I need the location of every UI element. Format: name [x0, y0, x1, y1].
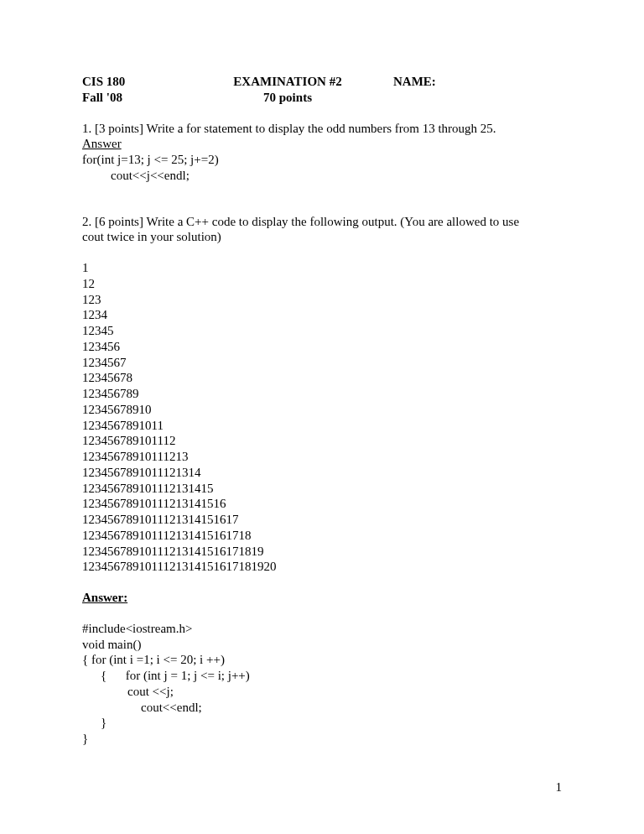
q2-output-line: 1234567891011121314151617 [82, 512, 562, 528]
header-line-2: Fall '08 70 points [82, 90, 562, 106]
q1-code-line-2: cout<<j<<endl; [82, 168, 562, 184]
q2-output-line: 1234567891011121314151617181920 [82, 559, 562, 575]
q2-code-line-4: { for (int j = 1; j <= i; j++) [82, 668, 562, 684]
q2-output-line: 1 [82, 260, 562, 276]
term: Fall '08 [82, 90, 212, 106]
exam-title: EXAMINATION #2 [212, 74, 363, 90]
q2-output-line: 12345678910 [82, 402, 562, 418]
q2-output-line: 12345678910111213141516171819 [82, 544, 562, 560]
q2-code-line-3: { for (int i =1; i <= 20; i ++) [82, 652, 562, 668]
page-number: 1 [556, 779, 563, 795]
q1-code-line-1: for(int j=13; j <= 25; j+=2) [82, 152, 562, 168]
q2-output-line: 1234567891011121314 [82, 465, 562, 481]
q2-output-line: 12345678910111213141516 [82, 496, 562, 512]
q2-output-line: 1234 [82, 307, 562, 323]
course-code: CIS 180 [82, 74, 212, 90]
q2-output-line: 123 [82, 292, 562, 308]
exam-points: 70 points [212, 90, 363, 106]
q2-output-line: 12345 [82, 323, 562, 339]
q2-output-line: 123456789101112131415 [82, 481, 562, 497]
q2-output-line: 123456789 [82, 386, 562, 402]
q2-output-line: 1234567891011 [82, 418, 562, 434]
q2-output-line: 12 [82, 276, 562, 292]
q2-code-line-1: #include<iostream.h> [82, 621, 562, 637]
q2-prompt-line-1: 2. [6 points] Write a C++ code to displa… [82, 214, 562, 230]
q2-output-line: 1234567 [82, 355, 562, 371]
q2-code-line-7: } [82, 715, 562, 731]
q2-code-line-5: cout <<j; [82, 684, 562, 700]
q2-code-line-6: cout<<endl; [82, 700, 562, 716]
q2-output-line: 123456789101112 [82, 433, 562, 449]
q2-answer-label: Answer: [82, 590, 562, 606]
name-label: NAME: [363, 74, 562, 90]
q2-output-line: 123456789101112131415161718 [82, 528, 562, 544]
q2-output-line: 12345678910111213 [82, 449, 562, 465]
q2-output-line: 12345678 [82, 370, 562, 386]
q1-answer-label: Answer [82, 136, 562, 152]
q1-prompt: 1. [3 points] Write a for statement to d… [82, 121, 562, 137]
q2-code-line-2: void main() [82, 637, 562, 653]
header-line-1: CIS 180 EXAMINATION #2 NAME: [82, 74, 562, 90]
q2-output-line: 123456 [82, 339, 562, 355]
q2-prompt-line-2: cout twice in your solution) [82, 229, 562, 245]
q2-code-line-8: } [82, 731, 562, 747]
